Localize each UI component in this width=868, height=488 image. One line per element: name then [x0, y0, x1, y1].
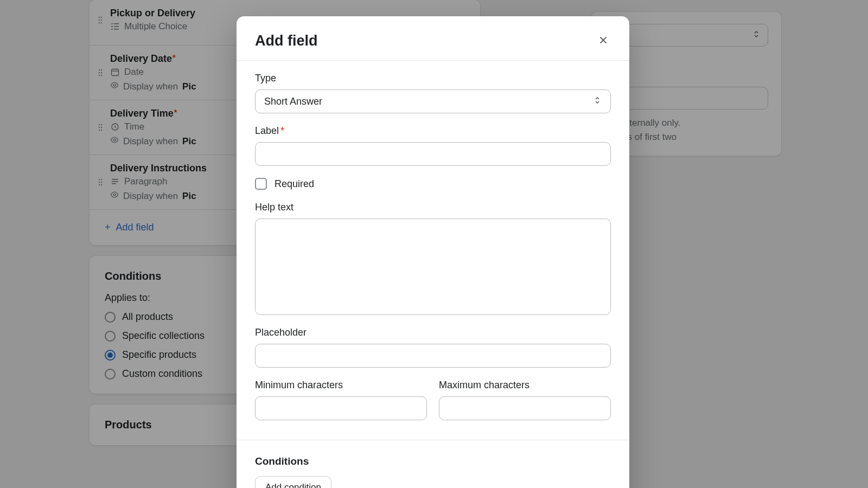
label-label: Label*: [255, 125, 611, 137]
modal-title: Add field: [255, 33, 318, 49]
min-chars-label: Minimum characters: [255, 380, 427, 391]
label-input[interactable]: [255, 142, 611, 166]
help-text-label: Help text: [255, 202, 611, 213]
max-chars-label: Maximum characters: [439, 380, 611, 391]
type-field: Type Short Answer: [255, 73, 611, 113]
min-chars-input[interactable]: [255, 396, 427, 420]
label-field: Label*: [255, 125, 611, 166]
placeholder-label: Placeholder: [255, 327, 611, 338]
modal-conditions-section: Conditions Add condition: [237, 445, 629, 488]
add-field-modal: Add field Type Short Answer Label*: [237, 16, 629, 488]
help-text-input[interactable]: [255, 219, 611, 315]
help-text-field: Help text: [255, 202, 611, 315]
placeholder-input[interactable]: [255, 344, 611, 368]
checkbox-icon: [255, 178, 267, 190]
divider: [237, 440, 629, 440]
max-chars-input[interactable]: [439, 396, 611, 420]
min-chars-field: Minimum characters: [255, 380, 427, 420]
close-icon: [599, 36, 607, 46]
select-chevrons-icon: [594, 96, 602, 107]
required-checkbox-row[interactable]: Required: [255, 178, 611, 190]
conditions-heading: Conditions: [255, 455, 611, 467]
required-star-icon: *: [280, 125, 284, 136]
type-label: Type: [255, 73, 611, 84]
type-value: Short Answer: [264, 96, 322, 107]
add-condition-button[interactable]: Add condition: [255, 476, 331, 488]
placeholder-field: Placeholder: [255, 327, 611, 368]
type-select[interactable]: Short Answer: [255, 89, 611, 113]
required-label: Required: [275, 178, 314, 190]
modal-header: Add field: [237, 16, 629, 61]
max-chars-field: Maximum characters: [439, 380, 611, 420]
close-button[interactable]: [596, 34, 611, 49]
